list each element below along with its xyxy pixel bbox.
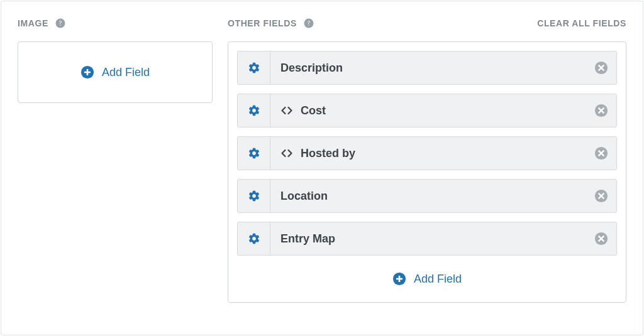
field-label-cell[interactable]: Cost [270,94,586,127]
help-icon[interactable] [55,18,66,29]
field-row[interactable]: Description [237,51,617,85]
help-icon[interactable] [303,18,314,29]
image-drop-zone: Add Field [18,41,213,103]
add-other-field-button[interactable]: Add Field [237,264,617,293]
other-section-title: OTHER FIELDS [228,18,297,28]
remove-field-button[interactable] [586,180,616,212]
image-section-header: IMAGE [18,16,213,30]
close-icon [594,189,608,203]
remove-field-button[interactable] [586,51,616,84]
close-icon [594,104,608,117]
add-other-field-label: Add Field [414,273,462,286]
image-column: IMAGE Add Field [18,16,213,320]
code-icon [280,104,293,117]
code-icon [280,147,293,160]
field-row[interactable]: Location [237,179,617,213]
gear-icon [248,190,260,202]
other-section-header: OTHER FIELDS CLEAR ALL FIELDS [228,16,626,30]
plus-circle-icon [392,272,406,286]
gear-icon [248,147,260,160]
fields-panel: IMAGE Add Field OTHER FIELDS CLEAR ALL F… [1,1,643,335]
field-settings-button[interactable] [238,51,270,84]
field-label: Cost [301,104,326,117]
field-label: Description [280,62,343,75]
field-settings-button[interactable] [238,180,270,212]
remove-field-button[interactable] [586,222,616,255]
field-row[interactable]: Entry Map [237,222,617,256]
close-icon [594,232,608,246]
remove-field-button[interactable] [586,94,616,127]
clear-all-fields-button[interactable]: CLEAR ALL FIELDS [537,18,626,28]
field-label: Entry Map [280,232,335,246]
remove-field-button[interactable] [586,137,616,170]
gear-icon [248,232,260,245]
add-image-field-label: Add Field [102,66,150,79]
field-label-cell[interactable]: Hosted by [270,137,586,170]
field-settings-button[interactable] [238,222,270,255]
field-label: Location [280,190,328,203]
image-section-title: IMAGE [18,18,48,28]
plus-circle-icon [80,65,94,79]
svg-rect-3 [87,69,89,75]
field-row[interactable]: Cost [237,94,617,127]
field-settings-button[interactable] [238,137,270,170]
gear-icon [248,62,260,74]
other-fields-column: OTHER FIELDS CLEAR ALL FIELDS Descriptio… [228,16,626,320]
field-label-cell[interactable]: Description [270,51,586,84]
add-image-field-button[interactable]: Add Field [80,58,150,87]
gear-icon [248,104,260,117]
close-icon [594,61,608,75]
svg-rect-12 [399,276,401,282]
field-row[interactable]: Hosted by [237,136,617,170]
field-label-cell[interactable]: Location [270,180,586,212]
field-label: Hosted by [301,147,355,160]
field-settings-button[interactable] [238,94,270,127]
other-fields-container: Description Cost [228,41,626,303]
close-icon [594,146,608,160]
field-label-cell[interactable]: Entry Map [270,222,586,255]
